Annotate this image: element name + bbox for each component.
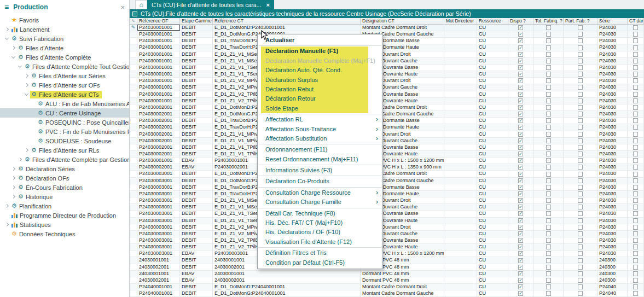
checkbox-ct_dans[interactable] [633, 271, 638, 276]
checkbox-dispo[interactable]: ✓ [518, 265, 523, 270]
column-header-ressource[interactable]: Ressource [477, 18, 508, 24]
checkbox-part_fab[interactable] [578, 65, 583, 70]
menu-item-d-claration-surplus[interactable]: Déclaration Surplus [261, 75, 368, 85]
checkbox-part_fab[interactable] [578, 32, 583, 37]
row-selector-cell[interactable] [130, 277, 137, 283]
checkbox-part_fab[interactable] [578, 278, 583, 283]
checkbox-ct_dans[interactable] [633, 78, 638, 83]
sidebar-item-files-d-attente-compl-te-par-gestionnaire[interactable]: ⚙Files d'Attente Complète par Gestionnai… [0, 155, 129, 164]
checkbox-ct_dans[interactable] [633, 72, 638, 77]
table-row[interactable]: P24030002001EBAVP24030002001Fenêtre PVC … [130, 164, 644, 171]
row-selector-cell[interactable] [130, 124, 137, 130]
checkbox-part_fab[interactable] [578, 165, 583, 170]
checkbox-part_fab[interactable] [578, 198, 583, 203]
checkbox-ct_dans[interactable] [633, 38, 638, 43]
table-row[interactable]: P24030002001DEBITE_D1_Z1_V1_MPivG:P24030… [130, 138, 644, 144]
checkbox-dispo[interactable]: ✓ [518, 258, 523, 263]
checkbox-dispo[interactable]: ✓ [518, 59, 523, 63]
checkbox-ct_dans[interactable] [633, 211, 638, 216]
column-header-dispo[interactable]: Dispo ? [508, 18, 533, 24]
checkbox-tot_fabriq[interactable] [546, 145, 551, 150]
row-selector-cell[interactable] [130, 104, 137, 110]
table-row[interactable]: 24030002001EBAV24030002001Dormant PVC 48… [130, 277, 644, 284]
table-row[interactable]: P24030002001DEBITE_D1_TravDorB:P24030002… [130, 118, 644, 124]
sidebar-item-lancement[interactable]: Lancement [0, 25, 129, 34]
checkbox-dispo[interactable]: ✓ [518, 251, 523, 256]
table-row[interactable]: P24030001001DEBITE_D1_Z1_V2_TPilH:P24030… [130, 98, 644, 104]
table-row[interactable]: P24030002001DEBITE_D1_Z1_V1_TPilH:P24030… [130, 151, 644, 158]
checkbox-dispo[interactable]: ✓ [518, 138, 523, 143]
checkbox-part_fab[interactable] [578, 238, 583, 243]
sidebar-item-historique[interactable]: ⚙Historique [0, 192, 129, 201]
checkbox-part_fab[interactable] [578, 72, 583, 77]
checkbox-dispo[interactable]: ✓ [518, 205, 523, 209]
table-row[interactable]: P24030001001DEBITE_D1_Z1_V2_MPivD:P24030… [130, 78, 644, 84]
checkbox-ct_dans[interactable] [633, 265, 638, 270]
checkbox-ct_dans[interactable] [633, 138, 638, 143]
checkbox-tot_fabriq[interactable] [546, 98, 551, 103]
checkbox-tot_fabriq[interactable] [546, 85, 551, 90]
checkbox-dispo[interactable]: ✓ [518, 225, 523, 230]
sidebar-close-icon[interactable]: × [120, 3, 125, 11]
checkbox-part_fab[interactable] [578, 225, 583, 230]
checkbox-tot_fabriq[interactable] [546, 78, 551, 83]
table-row[interactable]: P24030003001DEBITE_D1_Z1_V1_TSerB:P24030… [130, 211, 644, 217]
checkbox-tot_fabriq[interactable] [546, 45, 551, 50]
checkbox-dispo[interactable]: ✓ [518, 85, 523, 90]
column-header-ct_dans[interactable]: CT dans [628, 18, 644, 24]
column-header-ct[interactable]: Référence CT [213, 18, 361, 24]
column-header-part_fab[interactable]: Part. Fab. ? [564, 18, 597, 24]
menu-item-affectation-substitution[interactable]: Affectation Substitution› [258, 134, 382, 143]
checkbox-part_fab[interactable] [578, 52, 583, 57]
checkbox-tot_fabriq[interactable] [546, 25, 551, 30]
checkbox-part_fab[interactable] [578, 172, 583, 177]
checkbox-dispo[interactable]: ✓ [518, 78, 523, 83]
checkbox-tot_fabriq[interactable] [546, 271, 551, 276]
menu-item-d-tail-car-technique-f8[interactable]: Détail Car. Technique (F8) [258, 209, 382, 218]
checkbox-ct_dans[interactable] [633, 172, 638, 177]
checkbox-ct_dans[interactable] [633, 152, 638, 156]
menu-item-d-claration-rebut[interactable]: Déclaration Rebut [261, 85, 368, 94]
checkbox-tot_fabriq[interactable] [546, 211, 551, 216]
checkbox-dispo[interactable]: ✓ [518, 238, 523, 243]
chevron-collapsed-icon[interactable] [10, 46, 17, 49]
sidebar-item-files-d-attente-sur-s-ries[interactable]: ⚙Files d'Attente sur Séries [0, 71, 129, 80]
checkbox-dispo[interactable]: ✓ [518, 231, 523, 236]
checkbox-tot_fabriq[interactable] [546, 185, 551, 190]
checkbox-tot_fabriq[interactable] [546, 65, 551, 70]
checkbox-ct_dans[interactable] [633, 218, 638, 223]
table-row[interactable]: P24030003001DEBITE_D1_Z1_V2_TPilH:P24030… [130, 244, 644, 251]
row-selector-cell[interactable] [130, 237, 137, 243]
table-row[interactable]: P24030001001DEBITE_D1_Z1_V1_TSerB:P24030… [130, 65, 644, 71]
checkbox-tot_fabriq[interactable] [546, 244, 551, 249]
menu-item-d-finition-filtres-et-tris[interactable]: Définition Filtres et Tris [258, 248, 382, 258]
sidebar-item-files-d-attente-sur-ofs[interactable]: ⚙Files d'Attente sur OFs [0, 80, 129, 90]
table-row[interactable]: P24030003001DEBITE_D1_DotMonG:P240300030… [130, 178, 644, 184]
checkbox-ct_dans[interactable] [633, 251, 638, 256]
row-selector-cell[interactable] [130, 257, 137, 263]
table-row[interactable]: P24030003001DEBITE_D1_TravDorB:P24030003… [130, 184, 644, 191]
row-selector-cell[interactable] [130, 231, 137, 237]
column-header-etape[interactable]: Etape Gamme [180, 18, 213, 24]
checkbox-part_fab[interactable] [578, 265, 583, 270]
checkbox-part_fab[interactable] [578, 284, 583, 289]
column-header-tot_fabriq[interactable]: Tot. Fabriq. ? [533, 18, 564, 24]
checkbox-dispo[interactable]: ✓ [518, 112, 523, 117]
checkbox-dispo[interactable]: ✓ [518, 105, 523, 110]
checkbox-part_fab[interactable] [578, 132, 583, 137]
checkbox-part_fab[interactable] [578, 78, 583, 83]
checkbox-dispo[interactable]: ✓ [518, 271, 523, 276]
row-selector-cell[interactable] [130, 78, 137, 84]
row-selector-cell[interactable] [130, 164, 137, 170]
checkbox-ct_dans[interactable] [633, 238, 638, 243]
row-selector-cell[interactable] [130, 158, 137, 164]
menu-item-d-claration-auto-qt-cond[interactable]: Déclaration Auto. Qté. Cond. [261, 66, 368, 75]
checkbox-tot_fabriq[interactable] [546, 205, 551, 209]
checkbox-ct_dans[interactable] [633, 45, 638, 50]
checkbox-ct_dans[interactable] [633, 112, 638, 117]
checkbox-part_fab[interactable] [578, 105, 583, 110]
column-header-designation[interactable]: Désignation CT [361, 18, 444, 24]
menu-item-consultation-charge-famille[interactable]: Consultation Charge Famille› [258, 197, 382, 207]
checkbox-part_fab[interactable] [578, 152, 583, 156]
table-row[interactable]: P24030001001DEBITE_D1_Z1_V2_MPivG:P24030… [130, 84, 644, 91]
